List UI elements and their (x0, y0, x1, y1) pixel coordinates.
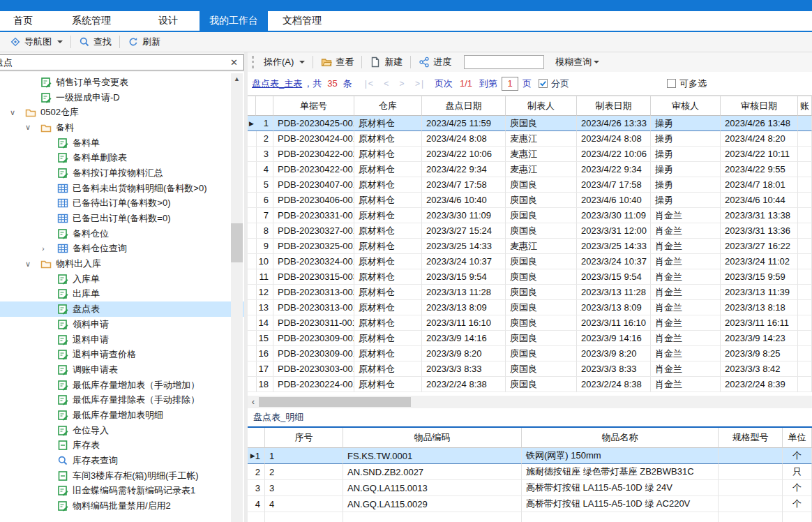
tree-item[interactable]: 销售订单号变更表 (0, 75, 244, 90)
refresh-button[interactable]: 刷新 (122, 33, 166, 50)
table-row[interactable]: 11PDB-20230315-003原材料仓2023/3/15 9:54庾国良2… (248, 269, 812, 285)
scroll-up-icon[interactable]: ▲ (231, 73, 243, 84)
tree-item[interactable]: ∨0502仓库 (0, 105, 244, 120)
tree-item[interactable]: 库存表 (0, 438, 244, 454)
tree-item[interactable]: ∨物料出入库 (0, 256, 244, 271)
menu-tab[interactable]: 文档管理 (268, 11, 336, 31)
tree-scrollbar[interactable]: ▲ (231, 73, 243, 522)
column-header[interactable]: 制表人 (506, 96, 577, 116)
tree-item[interactable]: 入库单 (0, 271, 244, 287)
fuzzy-search-input[interactable] (464, 55, 544, 69)
tree-item[interactable]: 已备待出订单(备料数>0) (0, 196, 244, 211)
main-table-link[interactable]: 盘点表_主表 (252, 77, 302, 90)
row-number-cell[interactable]: 2 (248, 464, 265, 480)
menu-tab[interactable]: 我的工作台 (200, 11, 268, 31)
table-row[interactable]: 3PDB-20230422-002原材料仓2023/4/22 10:06麦惠江2… (248, 147, 812, 162)
row-number-cell[interactable]: 3 (248, 480, 265, 496)
scrollbar-thumb[interactable] (259, 397, 411, 407)
tree-item[interactable]: 旧金蝶编码需转新编码记录表1 (0, 484, 244, 499)
tree-filter-input[interactable]: 盘点 ✕ (0, 54, 244, 70)
find-button[interactable]: 查找 (73, 33, 117, 50)
menu-tab[interactable]: 设计 (137, 11, 200, 31)
column-header[interactable] (248, 96, 256, 116)
tree-item[interactable]: 领料申请 (0, 317, 244, 332)
chevron-down-icon[interactable]: ∨ (25, 260, 40, 269)
column-header[interactable]: 审核日期 (721, 96, 798, 116)
tree-item[interactable]: 调账申请表 (0, 362, 244, 378)
detail-table-row[interactable]: 33AN.GQ.LA115.0013高桥带灯按钮 LA115-A5-10D 绿 … (248, 480, 812, 496)
tree-item[interactable]: 已备料未出货物料明细(备料数>0) (0, 181, 244, 196)
column-header[interactable]: 账 (798, 96, 812, 116)
goto-page-input[interactable]: 1 (502, 77, 518, 91)
tree-item[interactable]: 最低库存量增加表（手动增加） (0, 378, 244, 393)
scroll-left-icon[interactable]: ‹ (248, 396, 259, 408)
column-header[interactable]: 物品编码 (343, 428, 522, 448)
column-header[interactable]: 盘点日期 (422, 96, 506, 116)
next-page-button[interactable]: > (400, 79, 406, 89)
chevron-down-icon[interactable]: ∨ (10, 108, 25, 117)
table-row[interactable]: 14PDB-20230311-001原材料仓2023/3/11 16:10庾国良… (248, 315, 812, 331)
table-row[interactable]: 10PDB-20230324-001原材料仓2023/3/24 10:37庾国良… (248, 254, 812, 269)
multiselect-checkbox[interactable] (667, 79, 676, 88)
tree-item[interactable]: ∨备料 (0, 120, 244, 135)
tree-item[interactable]: 备料仓位 (0, 226, 244, 241)
column-header[interactable] (248, 428, 265, 448)
table-row[interactable]: 9PDB-20230325-001原材料仓2023/3/25 14:33麦惠江2… (248, 239, 812, 254)
chevron-down-icon[interactable]: ∨ (25, 123, 40, 132)
nav-map-button[interactable]: 导航图 (4, 33, 68, 50)
tree-item[interactable]: 备料单删除表 (0, 150, 244, 165)
table-row[interactable]: 6PDB-20230406-001原材料仓2023/4/6 10:40庾国良20… (248, 193, 812, 208)
row-number-cell[interactable]: 4 (248, 496, 265, 512)
progress-button[interactable]: 进度 (413, 54, 457, 70)
table-row[interactable]: 13PDB-20230313-001原材料仓2023/3/13 8:09庾国良2… (248, 300, 812, 315)
column-header[interactable] (256, 96, 273, 116)
horizontal-scrollbar[interactable]: ‹ (248, 396, 812, 408)
tree-item[interactable]: 备料按订单按物料汇总 (0, 165, 244, 181)
first-page-button[interactable]: |< (365, 79, 375, 89)
tree-item[interactable]: 退料申请 (0, 332, 244, 348)
last-page-button[interactable]: >| (415, 79, 425, 89)
table-row[interactable]: 16PDB-20230309-001原材料仓2023/3/9 8:20庾国良20… (248, 346, 812, 361)
tree-item[interactable]: 仓位导入 (0, 423, 244, 438)
column-header[interactable]: 规格型号 (719, 428, 783, 448)
tree-item[interactable]: 盘点表 (0, 301, 244, 317)
column-header[interactable]: 物品名称 (522, 428, 719, 448)
tree-item[interactable]: 最低库存量排除表（手动排除） (0, 392, 244, 408)
chevron-right-icon[interactable]: › (42, 244, 57, 253)
table-row[interactable]: 4PDB-20230422-001原材料仓2023/4/22 9:34麦惠江20… (248, 162, 812, 177)
table-row[interactable]: 17PDB-20230303-001原材料仓2023/3/3 8:33庾国良20… (248, 361, 812, 377)
column-header[interactable]: 制表日期 (577, 96, 651, 116)
prev-page-button[interactable]: < (384, 79, 390, 89)
tree-item[interactable]: 物料编码批量禁用/启用2 (0, 498, 244, 514)
tree-item[interactable]: ›备料仓位查询 (0, 241, 244, 257)
detail-table-row[interactable]: ▶11FS.KS.TW.0001铁网(网罩) 150mm个 (248, 448, 812, 464)
column-header[interactable]: 单据号 (273, 96, 354, 116)
table-row[interactable]: 8PDB-20230327-001原材料仓2023/3/27 15:24庾国良2… (248, 223, 812, 239)
tree-item[interactable]: 出库单 (0, 287, 244, 302)
tree-scrollbar-thumb[interactable] (231, 223, 243, 262)
row-number-cell[interactable]: ▶1 (248, 448, 265, 464)
clear-filter-icon[interactable]: ✕ (230, 58, 238, 67)
column-header[interactable]: 序号 (265, 428, 343, 448)
operate-button[interactable]: 操作(A) (258, 54, 310, 70)
tree-item[interactable]: 已备已出订单(备料数=0) (0, 211, 244, 226)
table-row[interactable]: ▶1PDB-20230425-001原材料仓2023/4/25 11:59庾国良… (248, 116, 812, 131)
menu-tab[interactable]: 系统管理 (46, 11, 137, 31)
tree-item[interactable]: 车间3楼库存柜(箱)明细(手工帐) (0, 468, 244, 484)
tree-item[interactable]: 退料申请查价格 (0, 347, 244, 362)
detail-table-row[interactable]: 22AN.SND.ZB2.0027施耐德按钮座 绿色带灯基座 ZB2BWB31C… (248, 464, 812, 480)
menu-tab[interactable]: 首页 (0, 11, 46, 31)
detail-table-row[interactable]: 44AN.GQ.LA115.0029高桥带灯按钮 LA115-A5-10D 绿 … (248, 496, 812, 512)
column-header[interactable]: 仓库 (354, 96, 422, 116)
tree-item[interactable]: 库存表查询 (0, 453, 244, 468)
column-header[interactable]: 单位 (783, 428, 812, 448)
view-button[interactable]: 查看 (315, 54, 359, 70)
toolbar-grip[interactable] (252, 56, 254, 68)
tree-item[interactable]: 最低库存量增加表明细 (0, 408, 244, 423)
new-button[interactable]: 新建 (364, 54, 408, 70)
column-header[interactable]: 审核人 (651, 96, 721, 116)
table-row[interactable]: 7PDB-20230331-001原材料仓2023/3/30 11:09庾国良2… (248, 208, 812, 223)
tree-item[interactable]: 一级提成申请-D (0, 90, 244, 105)
table-row[interactable]: 2PDB-20230424-001原材料仓2023/4/24 8:08麦惠江20… (248, 131, 812, 147)
table-row[interactable]: 15PDB-20230309-002原材料仓2023/3/9 14:16庾国良2… (248, 331, 812, 346)
